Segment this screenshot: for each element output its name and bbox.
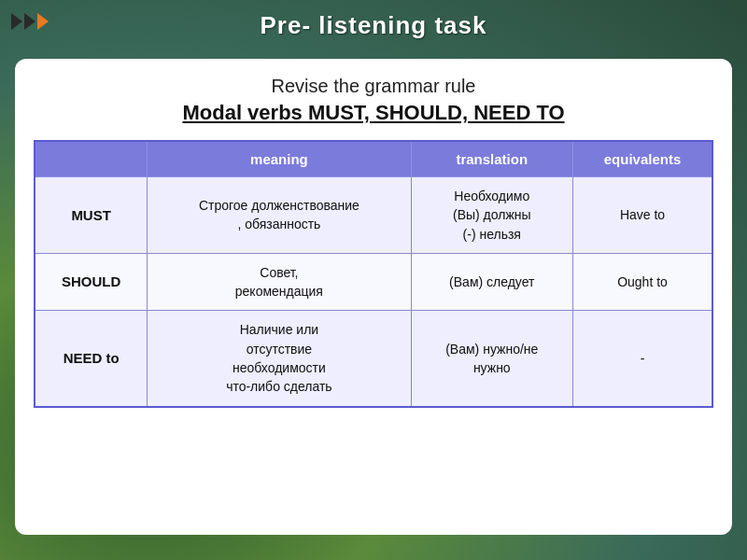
nav-arrows	[11, 13, 49, 30]
col-header-translation: translation	[411, 141, 573, 177]
table-row: NEED toНаличие или отсутствие необходимо…	[35, 311, 712, 407]
row-equivalents: -	[573, 311, 712, 407]
col-header-meaning: meaning	[148, 141, 411, 177]
col-header-empty	[35, 141, 148, 177]
row-equivalents: Ought to	[573, 253, 712, 311]
row-label: SHOULD	[35, 253, 148, 311]
subtitle: Revise the grammar rule	[34, 76, 713, 97]
row-meaning: Совет, рекомендация	[148, 253, 411, 311]
row-label: MUST	[35, 177, 148, 254]
row-translation: (Вам) нужно/не нужно	[411, 311, 573, 407]
table-header-row: meaning translation equivalents	[35, 141, 712, 177]
row-translation: Необходимо (Вы) должны (-) нельзя	[411, 177, 573, 254]
header: Pre- listening task	[0, 0, 747, 51]
row-translation: (Вам) следует	[411, 253, 573, 311]
row-label: NEED to	[35, 311, 148, 407]
arrow-left-1	[11, 13, 22, 30]
table-row: MUSTСтрогое долженствование , обязанност…	[35, 177, 712, 254]
main-title: Modal verbs MUST, SHOULD, NEED TO	[34, 101, 713, 125]
arrow-left-3	[37, 13, 49, 30]
row-meaning: Наличие или отсутствие необходимости что…	[148, 311, 411, 407]
row-meaning: Строгое долженствование , обязанность	[148, 177, 411, 254]
col-header-equivalents: equivalents	[573, 141, 712, 177]
table-row: SHOULDСовет, рекомендация(Вам) следуетOu…	[35, 253, 712, 311]
row-equivalents: Have to	[573, 177, 712, 254]
grammar-table: meaning translation equivalents MUSTСтро…	[34, 140, 713, 408]
content-area: Revise the grammar rule Modal verbs MUST…	[15, 59, 732, 535]
page-title: Pre- listening task	[261, 11, 487, 39]
arrow-left-2	[24, 13, 35, 30]
